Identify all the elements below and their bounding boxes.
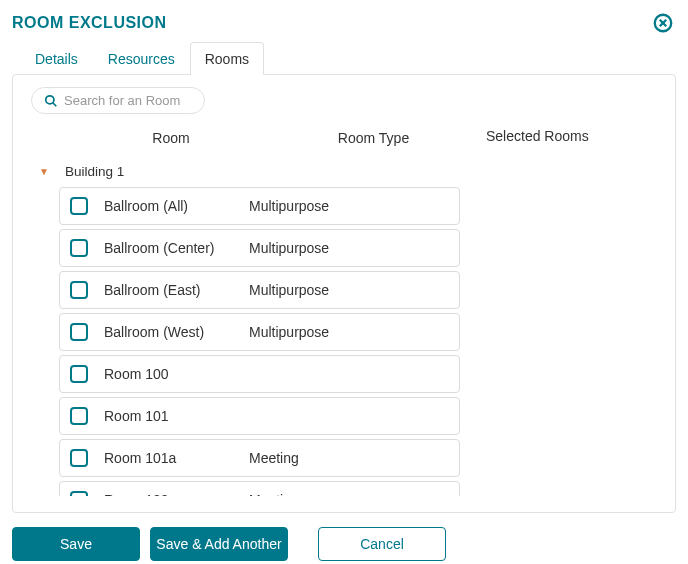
- column-header-room: Room: [31, 130, 281, 146]
- room-row[interactable]: Room 101: [59, 397, 460, 435]
- room-scroll-area[interactable]: ▼ Building 1 Ballroom (All)MultipurposeB…: [31, 156, 466, 496]
- search-container: [31, 87, 205, 114]
- tab-details[interactable]: Details: [20, 42, 93, 75]
- room-name-cell: Room 101: [104, 408, 249, 424]
- room-checkbox[interactable]: [70, 449, 88, 467]
- room-name-cell: Ballroom (All): [104, 198, 249, 214]
- room-checkbox[interactable]: [70, 281, 88, 299]
- room-type-cell: Multipurpose: [249, 240, 449, 256]
- room-checkbox[interactable]: [70, 365, 88, 383]
- room-row[interactable]: Ballroom (All)Multipurpose: [59, 187, 460, 225]
- tab-resources[interactable]: Resources: [93, 42, 190, 75]
- button-row: Save Save & Add Another Cancel: [12, 527, 676, 561]
- search-input[interactable]: [64, 93, 192, 108]
- cancel-button[interactable]: Cancel: [318, 527, 446, 561]
- room-row[interactable]: Room 101aMeeting: [59, 439, 460, 477]
- room-name-cell: Room 102: [104, 492, 249, 496]
- room-row[interactable]: Ballroom (East)Multipurpose: [59, 271, 460, 309]
- room-name-cell: Ballroom (East): [104, 282, 249, 298]
- close-icon: [652, 12, 674, 34]
- svg-point-3: [46, 95, 54, 103]
- room-name-cell: Room 101a: [104, 450, 249, 466]
- selected-rooms-section: Selected Rooms: [486, 124, 657, 496]
- column-header-room-type: Room Type: [281, 130, 466, 146]
- save-add-another-button[interactable]: Save & Add Another: [150, 527, 288, 561]
- room-row[interactable]: Room 102Meeting: [59, 481, 460, 496]
- tab-rooms[interactable]: Rooms: [190, 42, 264, 75]
- room-name-cell: Ballroom (Center): [104, 240, 249, 256]
- chevron-down-icon: ▼: [39, 166, 49, 177]
- rooms-panel: Room Room Type ▼ Building 1 Ballroom (Al…: [12, 74, 676, 513]
- room-checkbox[interactable]: [70, 197, 88, 215]
- page-title: ROOM EXCLUSION: [12, 14, 167, 32]
- close-button[interactable]: [650, 10, 676, 36]
- room-row[interactable]: Ballroom (Center)Multipurpose: [59, 229, 460, 267]
- building-row[interactable]: ▼ Building 1: [31, 156, 460, 187]
- room-row[interactable]: Ballroom (West)Multipurpose: [59, 313, 460, 351]
- save-button[interactable]: Save: [12, 527, 140, 561]
- tab-bar: Details Resources Rooms: [12, 42, 676, 75]
- svg-line-4: [53, 102, 57, 106]
- room-type-cell: Multipurpose: [249, 324, 449, 340]
- search-icon: [44, 94, 58, 108]
- room-name-cell: Room 100: [104, 366, 249, 382]
- room-row[interactable]: Room 100: [59, 355, 460, 393]
- room-checkbox[interactable]: [70, 239, 88, 257]
- room-type-cell: Multipurpose: [249, 282, 449, 298]
- room-type-cell: Meeting: [249, 492, 449, 496]
- selected-rooms-header: Selected Rooms: [486, 124, 657, 144]
- room-name-cell: Ballroom (West): [104, 324, 249, 340]
- room-list-section: Room Room Type ▼ Building 1 Ballroom (Al…: [31, 124, 466, 496]
- room-checkbox[interactable]: [70, 323, 88, 341]
- list-header: Room Room Type: [31, 124, 466, 156]
- room-checkbox[interactable]: [70, 407, 88, 425]
- building-name: Building 1: [65, 164, 124, 179]
- room-checkbox[interactable]: [70, 491, 88, 496]
- room-type-cell: Meeting: [249, 450, 449, 466]
- room-type-cell: Multipurpose: [249, 198, 449, 214]
